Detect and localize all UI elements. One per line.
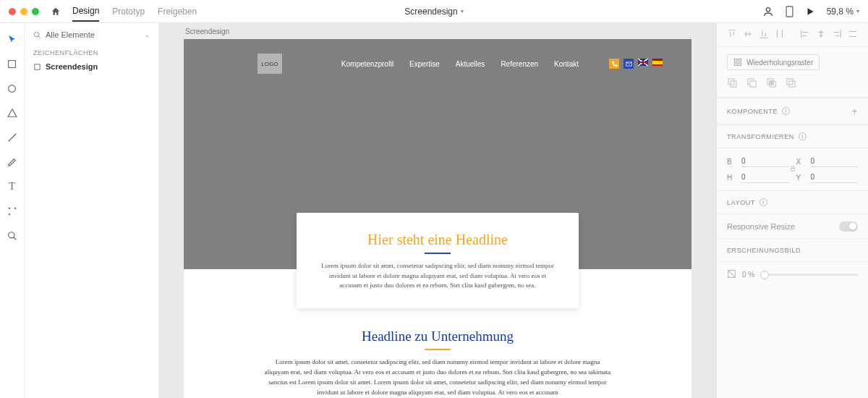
ellipse-tool-icon[interactable]	[7, 82, 18, 94]
maximize-window-icon[interactable]	[32, 8, 39, 15]
svg-rect-20	[789, 81, 795, 87]
x-label: X	[796, 158, 804, 166]
tab-prototype[interactable]: Prototyp	[112, 7, 145, 21]
rectangle-tool-icon[interactable]	[7, 58, 18, 69]
title-bar: Design Prototyp Freigeben Screendesign ▾…	[0, 0, 868, 23]
minimize-window-icon[interactable]	[20, 8, 27, 15]
zoom-tool-icon[interactable]	[7, 230, 18, 242]
align-row	[717, 23, 868, 47]
divider	[425, 349, 451, 350]
canvas[interactable]: Screendesign LOGO Kompetenzprofil Expert…	[159, 23, 716, 398]
align-bottom-icon[interactable]	[759, 29, 769, 41]
svg-rect-6	[35, 64, 40, 69]
align-top-icon[interactable]	[727, 29, 737, 41]
artboard-label[interactable]: Screendesign	[185, 27, 229, 35]
divider	[425, 253, 451, 254]
tab-design[interactable]: Design	[72, 6, 99, 22]
play-icon[interactable]	[805, 7, 815, 17]
polygon-tool-icon[interactable]	[7, 107, 18, 119]
hero-card: Hier steht eine Headline Lorem ipsum dol…	[297, 213, 579, 308]
svg-rect-1	[786, 6, 793, 16]
artboard-item-label: Screendesign	[46, 62, 98, 71]
boolean-subtract-icon[interactable]	[746, 77, 757, 90]
distribute-v-icon[interactable]	[775, 29, 785, 41]
phone-icon	[609, 59, 619, 69]
svg-rect-13	[731, 81, 736, 87]
device-preview-icon[interactable]	[786, 6, 793, 17]
align-left-icon[interactable]	[800, 29, 810, 41]
document-title[interactable]: Screendesign ▾	[404, 7, 463, 17]
svg-point-4	[8, 232, 14, 238]
artboards-header: ZEICHENFLÄCHEN	[33, 49, 150, 56]
responsive-resize-row: Responsive Resize	[717, 214, 868, 239]
width-label: B	[727, 158, 734, 166]
mail-icon	[624, 59, 634, 69]
layers-panel: Alle Elemente ⌄ ZEICHENFLÄCHEN Screendes…	[25, 23, 159, 398]
site-nav: LOGO Kompetenzprofil Expertise Aktuelles…	[184, 54, 692, 74]
align-vcenter-icon[interactable]	[743, 29, 753, 41]
svg-rect-19	[787, 79, 793, 85]
close-window-icon[interactable]	[9, 8, 16, 15]
artboard-tool-icon[interactable]	[7, 206, 18, 217]
svg-rect-12	[728, 79, 734, 85]
x-input[interactable]	[811, 156, 859, 167]
user-avatar-icon[interactable]	[762, 6, 774, 17]
align-hcenter-icon[interactable]	[816, 29, 826, 41]
svg-rect-2	[9, 60, 16, 67]
opacity-row: 0 %	[717, 262, 868, 287]
info-icon[interactable]: i	[782, 107, 790, 115]
transform-section-header: TRANSFORMIERENi	[717, 124, 868, 148]
distribute-h-icon[interactable]	[848, 29, 858, 41]
y-input[interactable]	[811, 172, 859, 183]
responsive-label: Responsive Resize	[727, 222, 795, 231]
add-component-icon[interactable]: +	[852, 106, 858, 117]
align-right-icon[interactable]	[832, 29, 842, 41]
chevron-down-icon: ⌄	[145, 32, 150, 38]
svg-rect-9	[739, 59, 741, 62]
card-headline: Hier steht eine Headline	[318, 232, 557, 248]
height-input[interactable]	[741, 172, 789, 183]
inspector-panel: Wiederholungsraster KOMPONENTEi + TRANSF…	[716, 23, 868, 398]
width-input[interactable]	[741, 156, 789, 167]
window-controls	[9, 8, 39, 15]
body-headline: Headline zu Unternehmung	[256, 329, 619, 344]
info-icon[interactable]: i	[760, 198, 767, 206]
repeat-grid-label: Wiederholungsraster	[746, 59, 813, 67]
pen-tool-icon[interactable]	[7, 156, 18, 168]
info-icon[interactable]: i	[799, 132, 807, 140]
lock-aspect-icon[interactable]	[789, 165, 796, 174]
tab-share[interactable]: Freigeben	[158, 7, 197, 21]
boolean-exclude-icon[interactable]	[786, 77, 796, 90]
repeat-grid-button[interactable]: Wiederholungsraster	[727, 54, 820, 70]
nav-link: Expertise	[409, 60, 440, 68]
nav-link: Kontakt	[554, 60, 579, 68]
chevron-down-icon: ▾	[856, 8, 859, 14]
component-section-header: KOMPONENTEi +	[717, 98, 868, 124]
boolean-intersect-icon[interactable]	[766, 77, 777, 90]
flag-es-icon	[652, 59, 663, 66]
home-icon[interactable]	[51, 7, 61, 17]
zoom-value: 59,8 %	[827, 7, 854, 17]
mode-tabs: Design Prototyp Freigeben	[72, 1, 197, 22]
nav-link: Aktuelles	[456, 60, 485, 68]
boolean-union-icon[interactable]	[727, 77, 738, 90]
zoom-control[interactable]: 59,8 % ▾	[827, 7, 859, 17]
y-label: Y	[796, 174, 804, 182]
opacity-slider[interactable]	[760, 274, 858, 276]
chevron-down-icon: ▾	[461, 8, 464, 14]
layer-filter-label: Alle Elemente	[46, 30, 95, 39]
opacity-icon	[727, 269, 736, 280]
text-tool-icon[interactable]: T	[7, 181, 18, 192]
responsive-toggle[interactable]	[839, 221, 858, 232]
nav-link: Referenzen	[501, 60, 538, 68]
logo-placeholder: LOGO	[258, 54, 282, 74]
height-label: H	[727, 174, 734, 182]
layout-section-header: LAYOUTi	[717, 190, 868, 214]
artboard[interactable]: LOGO Kompetenzprofil Expertise Aktuelles…	[184, 39, 692, 398]
select-tool-icon[interactable]	[7, 33, 18, 45]
svg-rect-8	[735, 59, 738, 62]
layer-filter[interactable]: Alle Elemente ⌄	[33, 30, 150, 39]
body-text: Lorem ipsum dolor sit amet, consetetur s…	[264, 357, 611, 398]
artboard-item[interactable]: Screendesign	[33, 62, 150, 71]
line-tool-icon[interactable]	[7, 132, 18, 143]
